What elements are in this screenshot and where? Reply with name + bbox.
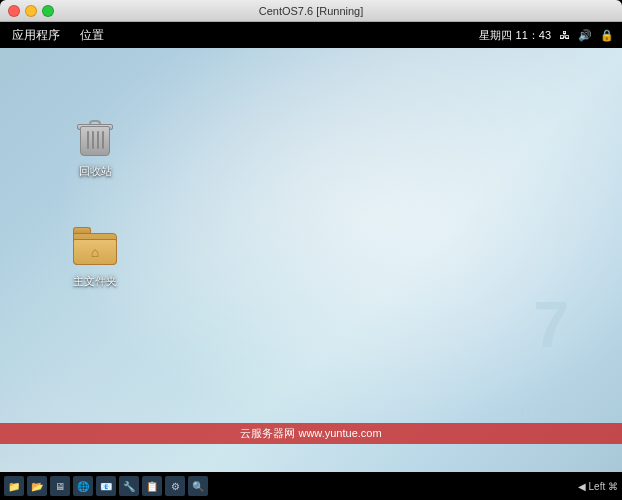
watermark-banner: 云服务器网 www.yuntue.com	[0, 423, 622, 444]
vm-content: 应用程序 位置 星期四 11：43 🖧 🔊 🔒 7 CENTOS	[0, 22, 622, 500]
minimize-button[interactable]	[25, 5, 37, 17]
title-bar-buttons	[8, 5, 54, 17]
lock-icon: 🔒	[600, 29, 614, 42]
taskbar-icon-5[interactable]: 📧	[96, 476, 116, 496]
taskbar-icon-3[interactable]: 🖥	[50, 476, 70, 496]
taskbar-icon-2[interactable]: 📂	[27, 476, 47, 496]
maximize-button[interactable]	[42, 5, 54, 17]
trash-icon-label: 回收站	[79, 164, 112, 179]
desktop: 7 CENTOS 回	[0, 48, 622, 472]
centos-number: 7	[533, 293, 567, 357]
gnome-topbar: 应用程序 位置 星期四 11：43 🖧 🔊 🔒	[0, 22, 622, 48]
trash-icon-image	[71, 112, 119, 160]
datetime-display: 星期四 11：43	[479, 28, 551, 43]
app-menu[interactable]: 应用程序	[8, 25, 64, 46]
gnome-taskbar: 📁 📂 🖥 🌐 📧 🔧 📋 ⚙ 🔍 ◀ Left ⌘	[0, 472, 622, 500]
topbar-right: 星期四 11：43 🖧 🔊 🔒	[479, 28, 614, 43]
taskbar-icons: 📁 📂 🖥 🌐 📧 🔧 📋 ⚙ 🔍	[4, 476, 208, 496]
taskbar-icon-1[interactable]: 📁	[4, 476, 24, 496]
topbar-left: 应用程序 位置	[8, 25, 108, 46]
mac-window: CentOS7.6 [Running] 应用程序 位置 星期四 11：43 🖧 …	[0, 0, 622, 500]
volume-icon: 🔊	[578, 29, 592, 42]
taskbar-icon-4[interactable]: 🌐	[73, 476, 93, 496]
taskbar-icon-9[interactable]: 🔍	[188, 476, 208, 496]
trash-body	[80, 126, 110, 156]
trash-icon-shape	[77, 116, 113, 156]
close-button[interactable]	[8, 5, 20, 17]
folder-home-icon: ⌂	[91, 244, 99, 260]
desktop-icon-home[interactable]: ⌂ 主文件夹	[55, 218, 135, 293]
watermark-text: 云服务器网 www.yuntue.com	[240, 427, 381, 439]
taskbar-icon-7[interactable]: 📋	[142, 476, 162, 496]
places-menu[interactable]: 位置	[76, 25, 108, 46]
title-bar: CentOS7.6 [Running]	[0, 0, 622, 22]
taskbar-icon-8[interactable]: ⚙	[165, 476, 185, 496]
window-title: CentOS7.6 [Running]	[259, 5, 364, 17]
centos-watermark: 7 CENTOS	[521, 403, 597, 417]
folder-front: ⌂	[73, 239, 117, 265]
folder-icon-shape: ⌂	[73, 227, 117, 265]
network-icon: 🖧	[559, 29, 570, 41]
folder-icon-image: ⌂	[71, 222, 119, 270]
taskbar-right-label: ◀ Left ⌘	[578, 481, 618, 492]
home-folder-label: 主文件夹	[73, 274, 117, 289]
taskbar-right: ◀ Left ⌘	[578, 481, 618, 492]
desktop-icon-trash[interactable]: 回收站	[55, 108, 135, 183]
centos-label: CENTOS	[521, 405, 597, 417]
taskbar-icon-6[interactable]: 🔧	[119, 476, 139, 496]
